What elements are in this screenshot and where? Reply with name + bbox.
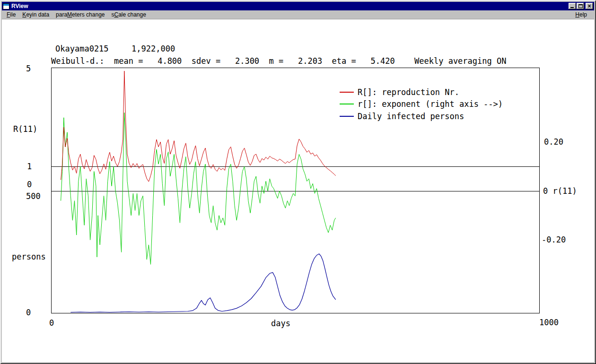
client-area [2,19,594,362]
menu-keyin-data[interactable]: Keyin data [19,10,53,19]
title-bar[interactable]: RView × [2,2,594,10]
menu-scale-change[interactable]: sCale change [108,10,149,19]
window-controls: × [569,3,593,9]
menu-parameters-change[interactable]: paraMeters change [53,10,108,19]
minimize-icon [570,7,574,8]
app-window: RView × File Keyin data paraMeters chang… [0,0,596,364]
maximize-button[interactable] [577,3,584,9]
close-button[interactable]: × [586,3,593,9]
window-title: RView [11,3,28,9]
maximize-icon [578,4,583,8]
menu-help[interactable]: Help [572,10,590,19]
menu-bar: File Keyin data paraMeters change sCale … [2,10,594,19]
app-icon[interactable] [3,3,9,9]
minimize-button[interactable] [569,3,576,9]
menu-file[interactable]: File [3,10,19,19]
close-icon: × [587,4,591,9]
